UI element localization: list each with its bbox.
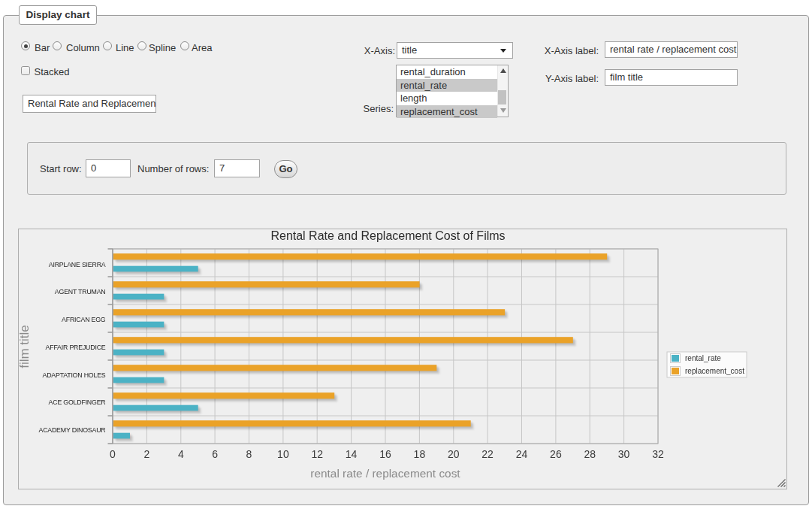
svg-text:rental_rate: rental_rate: [685, 354, 721, 362]
svg-text:12: 12: [311, 448, 323, 460]
svg-text:32: 32: [652, 448, 664, 460]
svg-text:2: 2: [144, 448, 150, 460]
svg-text:26: 26: [550, 448, 562, 460]
svg-text:AFRICAN EGG: AFRICAN EGG: [62, 316, 106, 323]
svg-text:20: 20: [448, 448, 460, 460]
svg-text:18: 18: [414, 448, 426, 460]
svg-text:rental rate / replacement cost: rental rate / replacement cost: [310, 467, 460, 480]
svg-text:14: 14: [346, 448, 358, 460]
svg-text:4: 4: [178, 448, 184, 460]
svg-text:8: 8: [246, 448, 252, 460]
svg-text:6: 6: [212, 448, 218, 460]
svg-text:ADAPTATION HOLES: ADAPTATION HOLES: [43, 371, 106, 379]
svg-text:10: 10: [277, 448, 289, 460]
svg-text:24: 24: [516, 448, 528, 460]
svg-text:28: 28: [584, 448, 596, 460]
svg-text:AFFAIR PREJUDICE: AFFAIR PREJUDICE: [46, 344, 106, 351]
svg-text:16: 16: [379, 448, 391, 460]
svg-text:replacement_cost: replacement_cost: [685, 367, 744, 375]
svg-text:AIRPLANE SIERRA: AIRPLANE SIERRA: [49, 261, 106, 268]
svg-text:0: 0: [110, 448, 116, 460]
svg-text:ACE GOLDFINGER: ACE GOLDFINGER: [49, 398, 106, 406]
svg-text:30: 30: [618, 448, 630, 460]
svg-text:film title: film title: [17, 325, 32, 368]
svg-text:22: 22: [481, 448, 494, 460]
svg-text:ACADEMY DINOSAUR: ACADEMY DINOSAUR: [38, 426, 105, 434]
svg-text:Rental Rate and Replacement Co: Rental Rate and Replacement Cost of Film…: [270, 229, 505, 242]
svg-text:AGENT TRUMAN: AGENT TRUMAN: [55, 288, 106, 295]
